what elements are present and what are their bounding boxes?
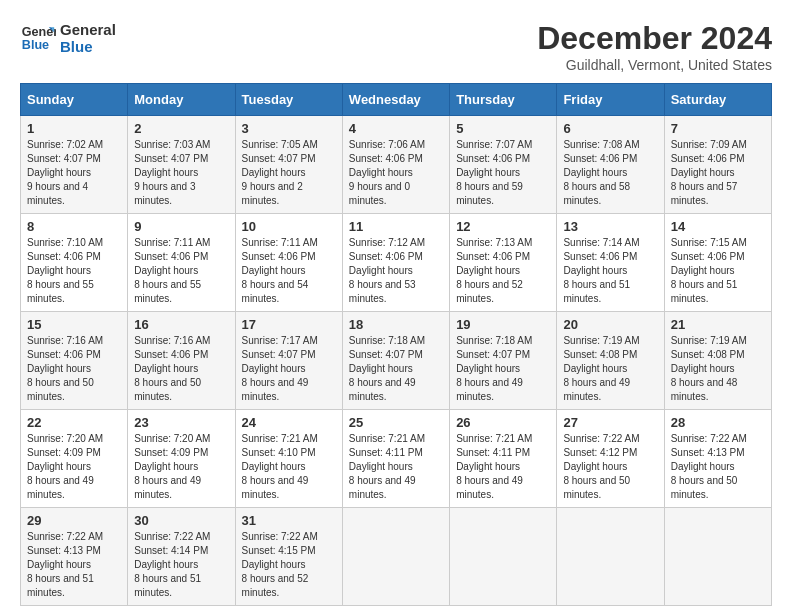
sunrise-label: Sunrise: 7:19 AM <box>671 335 747 346</box>
sunrise-label: Sunrise: 7:11 AM <box>134 237 210 248</box>
daylight-value: 8 hours and 49 minutes. <box>134 475 201 500</box>
daylight-label: Daylight hours <box>134 265 198 276</box>
daylight-value: 8 hours and 57 minutes. <box>671 181 738 206</box>
daylight-value: 8 hours and 51 minutes. <box>134 573 201 598</box>
sunrise-label: Sunrise: 7:15 AM <box>671 237 747 248</box>
sunrise-label: Sunrise: 7:16 AM <box>134 335 210 346</box>
calendar-table: SundayMondayTuesdayWednesdayThursdayFrid… <box>20 83 772 606</box>
day-number: 15 <box>27 317 121 332</box>
sunrise-label: Sunrise: 7:05 AM <box>242 139 318 150</box>
sunset-label: Sunset: 4:06 PM <box>563 153 637 164</box>
daylight-value: 8 hours and 59 minutes. <box>456 181 523 206</box>
sunrise-label: Sunrise: 7:16 AM <box>27 335 103 346</box>
daylight-label: Daylight hours <box>27 265 91 276</box>
week-row-2: 8 Sunrise: 7:10 AM Sunset: 4:06 PM Dayli… <box>21 214 772 312</box>
daylight-value: 8 hours and 52 minutes. <box>242 573 309 598</box>
daylight-value: 8 hours and 49 minutes. <box>242 377 309 402</box>
daylight-value: 8 hours and 55 minutes. <box>27 279 94 304</box>
day-info: Sunrise: 7:14 AM Sunset: 4:06 PM Dayligh… <box>563 236 657 306</box>
sunrise-label: Sunrise: 7:22 AM <box>134 531 210 542</box>
daylight-value: 9 hours and 4 minutes. <box>27 181 88 206</box>
daylight-label: Daylight hours <box>134 559 198 570</box>
sunset-label: Sunset: 4:07 PM <box>27 153 101 164</box>
daylight-label: Daylight hours <box>27 559 91 570</box>
day-number: 12 <box>456 219 550 234</box>
daylight-label: Daylight hours <box>242 559 306 570</box>
day-info: Sunrise: 7:20 AM Sunset: 4:09 PM Dayligh… <box>27 432 121 502</box>
daylight-label: Daylight hours <box>134 363 198 374</box>
daylight-label: Daylight hours <box>456 461 520 472</box>
sunset-label: Sunset: 4:06 PM <box>671 251 745 262</box>
day-cell: 29 Sunrise: 7:22 AM Sunset: 4:13 PM Dayl… <box>21 508 128 606</box>
sunset-label: Sunset: 4:07 PM <box>456 349 530 360</box>
sunset-label: Sunset: 4:11 PM <box>456 447 530 458</box>
day-number: 29 <box>27 513 121 528</box>
day-number: 17 <box>242 317 336 332</box>
daylight-label: Daylight hours <box>27 167 91 178</box>
day-cell: 19 Sunrise: 7:18 AM Sunset: 4:07 PM Dayl… <box>450 312 557 410</box>
sunset-label: Sunset: 4:06 PM <box>242 251 316 262</box>
sunset-label: Sunset: 4:06 PM <box>671 153 745 164</box>
daylight-label: Daylight hours <box>671 265 735 276</box>
daylight-label: Daylight hours <box>242 363 306 374</box>
day-info: Sunrise: 7:13 AM Sunset: 4:06 PM Dayligh… <box>456 236 550 306</box>
day-number: 5 <box>456 121 550 136</box>
sunrise-label: Sunrise: 7:22 AM <box>242 531 318 542</box>
daylight-value: 8 hours and 50 minutes. <box>671 475 738 500</box>
sunset-label: Sunset: 4:06 PM <box>134 349 208 360</box>
daylight-value: 9 hours and 0 minutes. <box>349 181 410 206</box>
day-cell: 18 Sunrise: 7:18 AM Sunset: 4:07 PM Dayl… <box>342 312 449 410</box>
sunrise-label: Sunrise: 7:20 AM <box>27 433 103 444</box>
title-area: December 2024 Guildhall, Vermont, United… <box>537 20 772 73</box>
daylight-label: Daylight hours <box>671 167 735 178</box>
header-wednesday: Wednesday <box>342 84 449 116</box>
daylight-value: 8 hours and 49 minutes. <box>456 475 523 500</box>
day-info: Sunrise: 7:10 AM Sunset: 4:06 PM Dayligh… <box>27 236 121 306</box>
day-info: Sunrise: 7:20 AM Sunset: 4:09 PM Dayligh… <box>134 432 228 502</box>
day-number: 7 <box>671 121 765 136</box>
daylight-label: Daylight hours <box>27 363 91 374</box>
daylight-value: 8 hours and 53 minutes. <box>349 279 416 304</box>
day-cell <box>664 508 771 606</box>
daylight-value: 9 hours and 2 minutes. <box>242 181 303 206</box>
day-info: Sunrise: 7:12 AM Sunset: 4:06 PM Dayligh… <box>349 236 443 306</box>
sunset-label: Sunset: 4:06 PM <box>27 349 101 360</box>
day-info: Sunrise: 7:22 AM Sunset: 4:13 PM Dayligh… <box>27 530 121 600</box>
daylight-value: 8 hours and 51 minutes. <box>27 573 94 598</box>
sunset-label: Sunset: 4:12 PM <box>563 447 637 458</box>
week-row-5: 29 Sunrise: 7:22 AM Sunset: 4:13 PM Dayl… <box>21 508 772 606</box>
day-cell: 31 Sunrise: 7:22 AM Sunset: 4:15 PM Dayl… <box>235 508 342 606</box>
daylight-label: Daylight hours <box>134 461 198 472</box>
day-cell <box>557 508 664 606</box>
day-cell: 1 Sunrise: 7:02 AM Sunset: 4:07 PM Dayli… <box>21 116 128 214</box>
sunset-label: Sunset: 4:11 PM <box>349 447 423 458</box>
day-cell: 8 Sunrise: 7:10 AM Sunset: 4:06 PM Dayli… <box>21 214 128 312</box>
location-title: Guildhall, Vermont, United States <box>537 57 772 73</box>
day-cell: 22 Sunrise: 7:20 AM Sunset: 4:09 PM Dayl… <box>21 410 128 508</box>
day-number: 22 <box>27 415 121 430</box>
daylight-label: Daylight hours <box>456 265 520 276</box>
logo-line2: Blue <box>60 38 116 55</box>
sunrise-label: Sunrise: 7:21 AM <box>456 433 532 444</box>
day-number: 11 <box>349 219 443 234</box>
daylight-value: 8 hours and 55 minutes. <box>134 279 201 304</box>
sunrise-label: Sunrise: 7:19 AM <box>563 335 639 346</box>
day-number: 14 <box>671 219 765 234</box>
day-info: Sunrise: 7:18 AM Sunset: 4:07 PM Dayligh… <box>349 334 443 404</box>
daylight-label: Daylight hours <box>349 461 413 472</box>
daylight-value: 8 hours and 51 minutes. <box>671 279 738 304</box>
daylight-label: Daylight hours <box>349 265 413 276</box>
day-cell <box>450 508 557 606</box>
day-info: Sunrise: 7:16 AM Sunset: 4:06 PM Dayligh… <box>134 334 228 404</box>
day-info: Sunrise: 7:07 AM Sunset: 4:06 PM Dayligh… <box>456 138 550 208</box>
sunrise-label: Sunrise: 7:10 AM <box>27 237 103 248</box>
sunrise-label: Sunrise: 7:14 AM <box>563 237 639 248</box>
daylight-value: 8 hours and 50 minutes. <box>27 377 94 402</box>
sunset-label: Sunset: 4:07 PM <box>349 349 423 360</box>
day-info: Sunrise: 7:22 AM Sunset: 4:13 PM Dayligh… <box>671 432 765 502</box>
header-tuesday: Tuesday <box>235 84 342 116</box>
day-cell: 25 Sunrise: 7:21 AM Sunset: 4:11 PM Dayl… <box>342 410 449 508</box>
sunset-label: Sunset: 4:06 PM <box>456 251 530 262</box>
daylight-value: 8 hours and 49 minutes. <box>349 475 416 500</box>
sunrise-label: Sunrise: 7:07 AM <box>456 139 532 150</box>
